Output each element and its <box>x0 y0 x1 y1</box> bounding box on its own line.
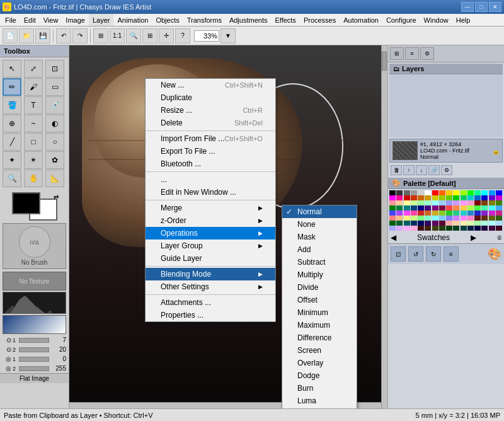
palette-color-126[interactable] <box>489 226 495 231</box>
palette-color-46[interactable] <box>489 200 495 205</box>
palette-color-111[interactable] <box>496 221 502 226</box>
palette-color-98[interactable] <box>404 221 410 226</box>
menu-attachments[interactable]: Attachments ... <box>146 296 275 309</box>
layer-link-button[interactable]: 🔗 <box>428 165 440 175</box>
blend-dodge[interactable]: Dodge <box>282 369 357 382</box>
menu-animation[interactable]: Animation <box>113 14 152 26</box>
palette-next-button[interactable]: ▶ <box>471 233 476 242</box>
palette-color-99[interactable] <box>411 221 417 226</box>
palette-color-51[interactable] <box>411 205 417 211</box>
menu-import[interactable]: Import From File ... Ctrl+Shift+O <box>146 132 275 145</box>
palette-color-73[interactable] <box>453 211 459 216</box>
palette-color-23[interactable] <box>439 195 445 200</box>
menu-edit[interactable]: Edit <box>20 14 40 26</box>
palette-color-64[interactable] <box>389 211 396 216</box>
undo-button[interactable]: ↶ <box>56 28 71 43</box>
palette-color-89[interactable] <box>453 216 459 221</box>
palette-color-71[interactable] <box>439 211 445 216</box>
palette-color-122[interactable] <box>461 226 467 231</box>
menu-other-settings[interactable]: Other Settings <box>146 280 275 293</box>
palette-prev-button[interactable]: ◀ <box>391 233 396 242</box>
palette-color-97[interactable] <box>396 221 403 226</box>
blend-difference[interactable]: Difference <box>282 332 357 344</box>
palette-color-106[interactable] <box>461 221 467 226</box>
canvas-area[interactable]: New ... Ctrl+Shift+N Duplicate Resize ..… <box>69 45 387 408</box>
palette-color-10[interactable] <box>461 190 467 195</box>
palette-color-24[interactable] <box>446 195 452 200</box>
palette-color-79[interactable] <box>496 211 502 216</box>
tool-ellipse[interactable]: ○ <box>45 133 64 151</box>
layer-settings-button[interactable]: ⚙ <box>441 165 452 175</box>
menu-processes[interactable]: Processes <box>300 14 340 26</box>
palette-color-20[interactable] <box>418 195 424 200</box>
tool-clone[interactable]: ⊕ <box>3 115 21 132</box>
palette-color-66[interactable] <box>404 211 410 216</box>
palette-color-38[interactable] <box>432 200 438 205</box>
blend-divide[interactable]: Divide <box>282 281 357 294</box>
palette-color-58[interactable] <box>461 205 467 211</box>
palette-color-77[interactable] <box>481 211 488 216</box>
tool-hand[interactable]: ✋ <box>24 170 43 187</box>
color-selector[interactable]: ⇄ <box>9 192 60 221</box>
palette-color-90[interactable] <box>461 216 467 221</box>
tool-line[interactable]: ╱ <box>3 133 21 151</box>
palette-color-31[interactable] <box>496 195 502 200</box>
palette-color-83[interactable] <box>411 216 417 221</box>
palette-color-3[interactable] <box>411 190 417 195</box>
save-button[interactable]: 💾 <box>35 28 50 43</box>
menu-adjustments[interactable]: Adjustments <box>226 14 272 26</box>
panel-btn-3[interactable]: ⚙ <box>420 47 434 60</box>
new-button[interactable]: 📄 <box>3 28 18 43</box>
open-button[interactable]: 📁 <box>19 28 34 43</box>
zoom-fit-button[interactable]: ⊞ <box>93 28 108 43</box>
palette-color-100[interactable] <box>418 221 424 226</box>
layer-lock-icon[interactable]: 🔒 <box>492 147 500 154</box>
palette-color-16[interactable] <box>389 195 396 200</box>
palette-color-114[interactable] <box>404 226 410 231</box>
palette-color-32[interactable] <box>389 200 396 205</box>
palette-color-67[interactable] <box>411 211 417 216</box>
blend-normal[interactable]: ✓ Normal <box>282 205 357 218</box>
swap-colors-icon[interactable]: ⇄ <box>54 193 59 200</box>
texture-display[interactable]: No Texture <box>3 272 66 291</box>
palette-color-50[interactable] <box>404 205 410 211</box>
menu-bluetooth[interactable]: Bluetooth ... <box>146 158 275 170</box>
zoom-out-button[interactable]: 🔍 <box>126 28 141 43</box>
menu-new[interactable]: New ... Ctrl+Shift+N <box>146 79 275 91</box>
palette-color-17[interactable] <box>396 195 403 200</box>
blend-offset[interactable]: Offset <box>282 294 357 306</box>
bottom-btn-3[interactable]: ↻ <box>426 246 441 262</box>
palette-color-13[interactable] <box>481 190 488 195</box>
tool-freehand[interactable]: ✦ <box>3 151 21 169</box>
palette-color-45[interactable] <box>481 200 488 205</box>
menu-operations[interactable]: Operations <box>146 227 275 239</box>
palette-color-105[interactable] <box>453 221 459 226</box>
palette-color-109[interactable] <box>481 221 488 226</box>
palette-color-4[interactable] <box>418 190 424 195</box>
palette-color-56[interactable] <box>446 205 452 211</box>
palette-color-117[interactable] <box>425 226 431 231</box>
menu-effects[interactable]: Effects <box>271 14 299 26</box>
palette-color-22[interactable] <box>432 195 438 200</box>
palette-color-40[interactable] <box>446 200 452 205</box>
blend-none[interactable]: None <box>282 218 357 231</box>
palette-color-127[interactable] <box>496 226 502 231</box>
palette-color-112[interactable] <box>389 226 396 231</box>
menu-export[interactable]: Export To File ... <box>146 145 275 158</box>
palette-color-87[interactable] <box>439 216 445 221</box>
palette-color-102[interactable] <box>432 221 438 226</box>
palette-color-44[interactable] <box>474 200 481 205</box>
window-controls[interactable]: — □ ✕ <box>461 2 501 12</box>
tool-eraser[interactable]: ▭ <box>45 78 64 96</box>
palette-color-14[interactable] <box>489 190 495 195</box>
blend-minimum[interactable]: Minimum <box>282 306 357 319</box>
palette-color-0[interactable] <box>389 190 396 195</box>
grid-button[interactable]: ⊞ <box>142 28 158 43</box>
palette-color-49[interactable] <box>396 205 403 211</box>
blend-subtract[interactable]: Subtract <box>282 256 357 268</box>
menu-merge[interactable]: Merge <box>146 202 275 214</box>
tool-eyedropper[interactable]: 💉 <box>45 96 64 114</box>
tool-wand[interactable]: ✴ <box>24 151 43 169</box>
layer-up-button[interactable]: ↑ <box>403 165 415 175</box>
tool-pencil[interactable]: ✏ <box>3 78 21 96</box>
